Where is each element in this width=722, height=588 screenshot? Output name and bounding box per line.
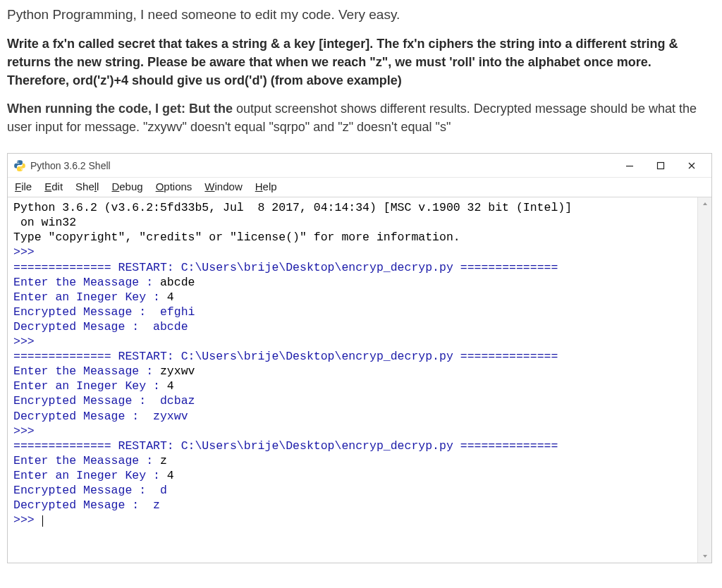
idle-shell-window: Python 3.6.2 Shell File Edit Shell Debug… (7, 153, 712, 563)
run2-enc-val: d (160, 484, 167, 497)
run0-msg-prompt: Enter the Meassage : (13, 276, 160, 289)
run1-enc-val: dcbaz (160, 394, 195, 408)
run2-dec-val: z (153, 498, 160, 512)
run1-dec-label: Decrypted Mesage : (13, 410, 153, 423)
prompt: >>> (13, 424, 35, 438)
python-banner-line2: on win32 (13, 216, 76, 229)
prompt: >>> (13, 513, 35, 527)
restart-path: C:\Users\brije\Desktop\encryp_decryp.py (181, 261, 453, 274)
close-button[interactable] (676, 155, 707, 176)
minimize-button[interactable] (614, 155, 645, 176)
restart-path: C:\Users\brije\Desktop\encryp_decryp.py (181, 439, 453, 453)
menu-window[interactable]: Window (204, 180, 242, 192)
run1-msg-val: zyxwv (160, 365, 195, 378)
window-title: Python 3.6.2 Shell (30, 160, 111, 171)
run2-key-val: 4 (167, 469, 174, 482)
question-bold: Write a fx'n called secret that takes a … (7, 35, 715, 90)
menu-edit[interactable]: Edit (44, 180, 63, 192)
run2-msg-prompt: Enter the Meassage : (13, 454, 160, 467)
text-cursor (42, 515, 43, 527)
menu-help[interactable]: Help (255, 180, 277, 192)
run2-enc-label: Encrypted Message : (13, 484, 160, 497)
python-banner-line1: Python 3.6.2 (v3.6.2:5fd33b5, Jul 8 2017… (13, 201, 572, 214)
menu-debug[interactable]: Debug (111, 180, 142, 192)
restart-label: RESTART: (111, 261, 181, 274)
run0-msg-val: abcde (160, 276, 195, 289)
run1-enc-label: Encrypted Message : (13, 394, 160, 408)
restart-path: C:\Users\brije\Desktop\encryp_decryp.py (181, 350, 453, 363)
run1-msg-prompt: Enter the Meassage : (13, 365, 160, 378)
menu-shell[interactable]: Shell (75, 180, 99, 192)
menu-file[interactable]: File (15, 180, 32, 192)
question-title: Python Programming, I need someone to ed… (7, 6, 715, 25)
run0-dec-val: abcde (153, 320, 188, 333)
run0-enc-label: Encrypted Message : (13, 305, 160, 319)
vertical-scrollbar[interactable] (697, 197, 711, 563)
restart-bar: ============== (13, 439, 111, 453)
run2-msg-val: z (160, 454, 167, 467)
restart-bar-right: ============== (453, 439, 558, 453)
restart-bar: ============== (13, 350, 111, 363)
restart-label: RESTART: (111, 439, 181, 453)
run0-key-prompt: Enter an Ineger Key : (13, 290, 167, 304)
python-banner-line3: Type "copyright", "credits" or "license(… (13, 231, 460, 244)
question-mixed: When running the code, I get: But the ou… (7, 99, 715, 136)
prompt: >>> (13, 245, 35, 259)
run1-dec-val: zyxwv (153, 410, 188, 423)
scroll-up-icon[interactable] (698, 197, 711, 210)
restart-label: RESTART: (111, 350, 181, 363)
run0-key-val: 4 (167, 290, 174, 304)
menubar: File Edit Shell Debug Options Window Hel… (8, 178, 711, 197)
menu-options[interactable]: Options (156, 180, 192, 192)
console-output[interactable]: Python 3.6.2 (v3.6.2:5fd33b5, Jul 8 2017… (8, 197, 711, 563)
restart-bar: ============== (13, 261, 111, 274)
prompt: >>> (13, 335, 35, 348)
python-icon (13, 159, 26, 172)
run2-dec-label: Decrypted Mesage : (13, 498, 153, 512)
run0-enc-val: efghi (160, 305, 195, 319)
question-mixed-bold: When running the code, I get: But the (7, 102, 236, 116)
scroll-down-icon[interactable] (698, 550, 711, 563)
restart-bar-right: ============== (453, 261, 558, 274)
titlebar: Python 3.6.2 Shell (8, 154, 711, 178)
run2-key-prompt: Enter an Ineger Key : (13, 469, 167, 482)
svg-rect-1 (658, 162, 664, 169)
run1-key-val: 4 (167, 379, 174, 393)
run0-dec-label: Decrypted Mesage : (13, 320, 153, 333)
run1-key-prompt: Enter an Ineger Key : (13, 379, 167, 393)
restart-bar-right: ============== (453, 350, 558, 363)
maximize-button[interactable] (645, 155, 676, 176)
svg-rect-0 (626, 166, 633, 166)
